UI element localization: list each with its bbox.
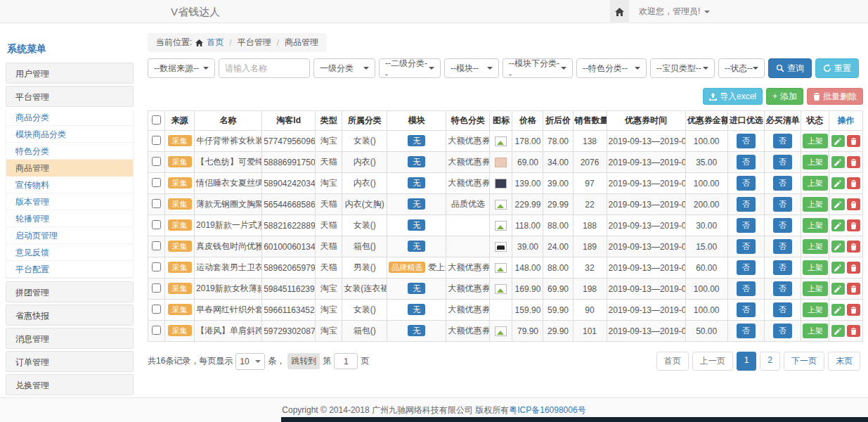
row-checkbox[interactable] — [152, 220, 161, 229]
import-select-toggle[interactable]: 否 — [737, 176, 756, 191]
sidebar-subitem-active[interactable]: 商品管理 — [6, 160, 133, 177]
row-checkbox[interactable] — [152, 136, 161, 145]
breadcrumb-home-link[interactable]: 首页 — [207, 37, 224, 49]
pagination-button[interactable]: 2 — [760, 352, 780, 371]
status-toggle[interactable]: 上架 — [803, 134, 828, 148]
import-excel-button[interactable]: 导入excel — [703, 88, 763, 105]
module-badge[interactable]: 无 — [408, 135, 425, 146]
icp-link[interactable]: 粤ICP备16098006号 — [509, 404, 585, 416]
delete-button[interactable] — [847, 262, 860, 274]
filter-select[interactable]: --模块-- — [444, 58, 499, 78]
must-buy-toggle[interactable]: 否 — [773, 302, 792, 317]
sidebar-item[interactable]: 用户管理 — [6, 63, 134, 84]
jump-page-input[interactable] — [334, 353, 358, 369]
sidebar-subitem[interactable]: 商品分类 — [6, 109, 133, 126]
jump-button[interactable]: 跳转到 — [287, 353, 320, 369]
must-buy-toggle[interactable]: 否 — [773, 324, 792, 338]
filter-select[interactable]: --数据来源-- — [148, 58, 215, 78]
delete-button[interactable] — [847, 219, 860, 231]
search-button[interactable]: 查询 — [768, 58, 812, 78]
edit-button[interactable] — [831, 262, 845, 274]
import-select-toggle[interactable]: 否 — [737, 239, 756, 254]
filter-select[interactable]: --二级分类-- — [379, 58, 441, 78]
pagination-button[interactable]: 末页 — [828, 352, 860, 371]
sidebar-subitem[interactable]: 轮播管理 — [6, 210, 133, 227]
batch-delete-button[interactable]: 批量删除 — [807, 88, 863, 105]
edit-button[interactable] — [831, 177, 845, 189]
delete-button[interactable] — [847, 198, 860, 210]
row-checkbox[interactable] — [152, 283, 161, 293]
module-badge[interactable]: 无 — [408, 177, 425, 188]
name-search-input[interactable] — [219, 58, 310, 78]
sidebar-subitem[interactable]: 平台配置 — [6, 261, 133, 278]
import-select-toggle[interactable]: 否 — [737, 302, 756, 317]
row-checkbox[interactable] — [152, 305, 161, 314]
sidebar-item[interactable]: 消息管理 — [6, 328, 134, 349]
status-toggle[interactable]: 上架 — [803, 324, 828, 338]
must-buy-toggle[interactable]: 否 — [773, 134, 792, 148]
import-select-toggle[interactable]: 否 — [737, 324, 756, 338]
filter-select[interactable]: 一级分类 — [313, 58, 375, 78]
status-toggle[interactable]: 上架 — [803, 218, 828, 233]
status-toggle[interactable]: 上架 — [803, 197, 828, 212]
delete-button[interactable] — [847, 177, 860, 189]
status-toggle[interactable]: 上架 — [803, 155, 828, 170]
must-buy-toggle[interactable]: 否 — [773, 281, 792, 296]
filter-select[interactable]: --状态-- — [718, 58, 765, 78]
sidebar-subitem[interactable]: 特色分类 — [6, 143, 133, 160]
import-select-toggle[interactable]: 否 — [737, 218, 756, 233]
module-badge[interactable]: 无 — [408, 283, 425, 294]
status-toggle[interactable]: 上架 — [803, 302, 828, 317]
delete-button[interactable] — [847, 325, 860, 337]
delete-button[interactable] — [847, 156, 860, 168]
delete-button[interactable] — [847, 241, 860, 252]
delete-button[interactable] — [847, 304, 860, 316]
module-badge[interactable]: 无 — [408, 219, 425, 231]
sidebar-item[interactable]: 订单管理 — [6, 351, 134, 372]
sidebar-subitem[interactable]: 启动页管理 — [6, 227, 133, 244]
must-buy-toggle[interactable]: 否 — [773, 260, 792, 275]
status-toggle[interactable]: 上架 — [803, 260, 828, 275]
page-size-select[interactable]: 10 — [235, 353, 265, 370]
must-buy-toggle[interactable]: 否 — [773, 239, 792, 254]
delete-button[interactable] — [847, 283, 860, 295]
module-badge[interactable]: 无 — [408, 198, 425, 210]
import-select-toggle[interactable]: 否 — [737, 281, 756, 296]
edit-button[interactable] — [831, 304, 845, 316]
row-checkbox[interactable] — [152, 157, 161, 166]
edit-button[interactable] — [831, 156, 845, 168]
must-buy-toggle[interactable]: 否 — [773, 218, 792, 233]
row-checkbox[interactable] — [152, 262, 161, 271]
sidebar-subitem[interactable]: 版本管理 — [6, 193, 133, 210]
edit-button[interactable] — [831, 325, 845, 337]
delete-button[interactable] — [847, 135, 860, 147]
status-toggle[interactable]: 上架 — [803, 176, 828, 191]
row-checkbox[interactable] — [152, 326, 161, 335]
sidebar-item[interactable]: 兑换管理 — [6, 374, 134, 395]
edit-button[interactable] — [831, 283, 845, 295]
module-badge[interactable]: 无 — [408, 304, 425, 315]
import-select-toggle[interactable]: 否 — [737, 197, 756, 212]
pagination-button[interactable]: 1 — [737, 352, 757, 371]
row-checkbox[interactable] — [152, 241, 161, 250]
sidebar-item[interactable]: 拼团管理 — [6, 281, 134, 302]
row-checkbox[interactable] — [152, 178, 161, 187]
filter-select[interactable]: --特色分类-- — [576, 58, 647, 78]
home-button[interactable] — [610, 0, 629, 23]
must-buy-toggle[interactable]: 否 — [773, 197, 792, 212]
module-badge[interactable]: 无 — [408, 325, 425, 336]
row-checkbox[interactable] — [152, 199, 161, 208]
status-toggle[interactable]: 上架 — [803, 281, 828, 296]
must-buy-toggle[interactable]: 否 — [773, 155, 792, 170]
select-all-checkbox[interactable] — [152, 115, 161, 124]
module-badge[interactable]: 品牌精选 — [389, 262, 425, 273]
filter-select[interactable]: --宝贝类型-- — [650, 58, 715, 78]
import-select-toggle[interactable]: 否 — [737, 260, 756, 275]
edit-button[interactable] — [831, 135, 845, 147]
import-select-toggle[interactable]: 否 — [737, 134, 756, 148]
sidebar-subitem[interactable]: 宣传物料 — [6, 177, 133, 193]
sidebar-item[interactable]: 省惠快报 — [6, 305, 134, 326]
sidebar-subitem[interactable]: 模块商品分类 — [6, 126, 133, 143]
filter-select[interactable]: --模块下分类-- — [503, 58, 573, 78]
module-badge[interactable]: 无 — [408, 241, 425, 252]
